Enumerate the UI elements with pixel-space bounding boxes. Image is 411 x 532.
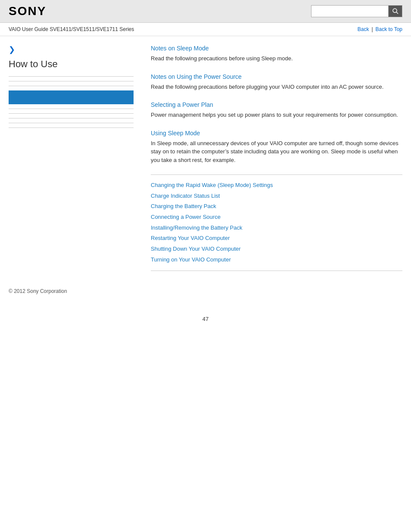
link-connecting-power[interactable]: Connecting a Power Source xyxy=(151,212,402,223)
notes-power-source-text: Read the following precautions before pl… xyxy=(151,83,402,91)
link-turning-on-vaio[interactable]: Turning on Your VAIO Computer xyxy=(151,255,402,265)
sidebar-divider-5 xyxy=(9,113,134,114)
sidebar: ❯ How to Use xyxy=(9,45,142,271)
copyright-text: © 2012 Sony Corporation xyxy=(9,288,67,294)
link-restarting-vaio[interactable]: Restarting Your VAIO Computer xyxy=(151,233,402,244)
sidebar-divider-2 xyxy=(9,81,134,81)
section-notes-power-source: Notes on Using the Power Source Read the… xyxy=(151,73,402,91)
section-notes-sleep-mode: Notes on Sleep Mode Read the following p… xyxy=(151,45,402,63)
svg-line-1 xyxy=(396,12,398,14)
sidebar-title: How to Use xyxy=(9,59,134,70)
link-shutting-down-vaio[interactable]: Shutting Down Your VAIO Computer xyxy=(151,244,402,255)
nav-bar: VAIO User Guide SVE1411/SVE1511/SVE1711 … xyxy=(0,23,411,36)
nav-separator: | xyxy=(371,26,373,32)
page-number: 47 xyxy=(0,311,411,327)
related-links-section: Changing the Rapid Wake (Sleep Mode) Set… xyxy=(151,174,402,271)
sidebar-divider-7 xyxy=(9,123,134,123)
link-charging-battery[interactable]: Charging the Battery Pack xyxy=(151,201,402,212)
notes-power-source-link[interactable]: Notes on Using the Power Source xyxy=(151,73,402,80)
selecting-power-plan-link[interactable]: Selecting a Power Plan xyxy=(151,101,402,108)
sony-logo: SONY xyxy=(9,4,46,18)
notes-sleep-mode-link[interactable]: Notes on Sleep Mode xyxy=(151,45,402,52)
selecting-power-plan-text: Power management helps you set up power … xyxy=(151,111,402,119)
using-sleep-mode-link[interactable]: Using Sleep Mode xyxy=(151,130,402,137)
notes-sleep-mode-text: Read the following precautions before us… xyxy=(151,54,402,63)
sidebar-arrow[interactable]: ❯ xyxy=(9,45,134,54)
link-rapid-wake[interactable]: Changing the Rapid Wake (Sleep Mode) Set… xyxy=(151,180,402,191)
svg-point-0 xyxy=(393,9,397,12)
back-to-top-link[interactable]: Back to Top xyxy=(376,26,402,32)
content-area: Notes on Sleep Mode Read the following p… xyxy=(142,45,402,271)
section-selecting-power-plan: Selecting a Power Plan Power management … xyxy=(151,101,402,119)
back-link[interactable]: Back xyxy=(358,26,369,32)
sidebar-divider-8 xyxy=(9,128,134,128)
search-icon xyxy=(392,8,399,15)
search-input[interactable] xyxy=(311,5,389,17)
page-header: SONY xyxy=(0,0,411,23)
sidebar-active-item[interactable] xyxy=(9,90,134,104)
sidebar-divider-6 xyxy=(9,118,134,118)
search-container xyxy=(311,5,402,17)
nav-links: Back | Back to Top xyxy=(358,26,402,32)
sidebar-divider-3 xyxy=(9,86,134,86)
footer: © 2012 Sony Corporation xyxy=(0,280,411,303)
guide-title: VAIO User Guide SVE1411/SVE1511/SVE1711 … xyxy=(9,26,134,32)
link-installing-battery[interactable]: Installing/Removing the Battery Pack xyxy=(151,223,402,233)
search-button[interactable] xyxy=(389,5,402,17)
section-using-sleep-mode: Using Sleep Mode In Sleep mode, all unne… xyxy=(151,130,402,165)
link-charge-indicator[interactable]: Charge Indicator Status List xyxy=(151,191,402,202)
main-layout: ❯ How to Use Notes on Sleep Mode Read th… xyxy=(0,36,411,280)
sidebar-divider-1 xyxy=(9,76,134,77)
sidebar-divider-4 xyxy=(9,109,134,109)
using-sleep-mode-text: In Sleep mode, all unnecessary devices o… xyxy=(151,139,402,165)
